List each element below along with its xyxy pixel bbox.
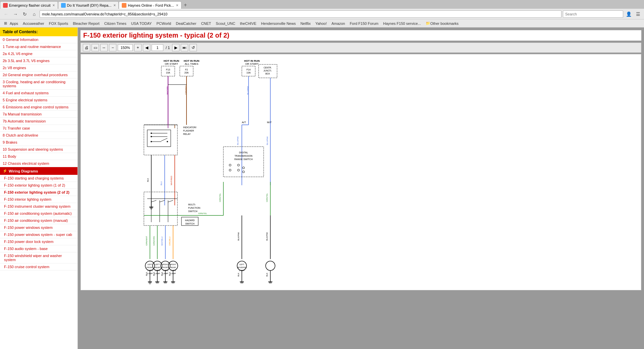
forward-button[interactable]: → bbox=[11, 10, 19, 18]
bookmark-yahoo[interactable]: Yahoo! bbox=[313, 21, 329, 26]
tab-close-1[interactable]: × bbox=[53, 3, 55, 8]
prev-page-button[interactable]: ◀ bbox=[143, 44, 150, 51]
bookmark-apps[interactable]: ⊞ Apps bbox=[2, 21, 20, 26]
svg-text:HOT IN RUN: HOT IN RUN bbox=[164, 59, 179, 62]
bookmark-netflix[interactable]: Netflix bbox=[299, 21, 313, 26]
wiring-item-6[interactable]: F-150 air conditioning system (manual) bbox=[0, 217, 77, 224]
toc-item-0[interactable]: 0 General Information bbox=[0, 36, 77, 43]
wiring-item-0[interactable]: F-150 starting and charging systems bbox=[0, 175, 77, 182]
toc-item-14[interactable]: 9 Brakes bbox=[0, 139, 77, 146]
svg-text:BLK: BLK bbox=[153, 272, 155, 276]
svg-point-52 bbox=[229, 169, 231, 171]
bookmark-accuweather[interactable]: Accuweather bbox=[21, 21, 46, 26]
svg-text:RIGHT: RIGHT bbox=[162, 263, 169, 265]
svg-text:BLK: BLK bbox=[266, 273, 268, 277]
svg-text:WHT/RED: WHT/RED bbox=[170, 176, 172, 185]
bookmark-cnet[interactable]: CNET bbox=[199, 21, 213, 26]
toc-label-7: 4 Fuel and exhaust systems bbox=[3, 91, 49, 95]
bookmark-foxsports[interactable]: FOX Sports bbox=[47, 21, 70, 26]
toc-item-15[interactable]: 10 Suspension and steering systems bbox=[0, 146, 77, 153]
toc-item-6[interactable]: 3 Cooling, heating and air conditioning … bbox=[0, 79, 77, 90]
wiring-item-4[interactable]: F-150 instrument cluster warning system bbox=[0, 203, 77, 210]
bookmark-amazon[interactable]: Amazon bbox=[329, 21, 347, 26]
toc-item-13[interactable]: 8 Clutch and driveline bbox=[0, 132, 77, 139]
tab-label-2: Do It Yourself (DIY) Repa... bbox=[67, 3, 112, 7]
wiring-item-3[interactable]: F-150 interior lighting system bbox=[0, 196, 77, 203]
new-tab-button[interactable]: + bbox=[181, 1, 190, 9]
bookmark-scout[interactable]: Scout_UNC bbox=[214, 21, 237, 26]
tab-close-3[interactable]: × bbox=[176, 3, 178, 8]
toc-label-2: 2a 4.2L V6 engine bbox=[3, 52, 33, 56]
toc-label-15: 10 Suspension and steering systems bbox=[3, 147, 63, 151]
bookmark-usatoday[interactable]: USA TODAY bbox=[129, 21, 154, 26]
bookmark-haynesf150[interactable]: Haynes F150 service... bbox=[381, 21, 423, 26]
wiring-item-5[interactable]: F-150 air conditioning system (automatic… bbox=[0, 210, 77, 217]
menu-button[interactable]: ☰ bbox=[634, 10, 642, 18]
fit-width-button[interactable]: ↔ bbox=[100, 44, 108, 51]
bookmark-other[interactable]: 📁 Other bookmarks bbox=[424, 21, 461, 26]
toc-item-8[interactable]: 5 Engine electrical systems bbox=[0, 97, 77, 104]
tab-close-2[interactable]: × bbox=[113, 3, 116, 8]
bookmark-label-foxsports: FOX Sports bbox=[49, 21, 68, 26]
refresh-button[interactable]: ↺ bbox=[190, 44, 197, 51]
tab-label-1: Emergency flasher circuit bbox=[9, 3, 51, 7]
wiring-item-9[interactable]: F-150 power door lock system bbox=[0, 238, 77, 245]
reload-button[interactable]: ↻ bbox=[21, 10, 29, 18]
zoom-in-button[interactable]: + bbox=[134, 44, 142, 51]
toc-label-16: 11 Body bbox=[3, 154, 16, 158]
bookmark-thechive[interactable]: theCHIVE bbox=[238, 21, 258, 26]
tab-haynes[interactable]: Haynes Online - Ford Pick... × bbox=[119, 1, 181, 9]
next-page-button[interactable]: ▶ bbox=[172, 44, 179, 51]
fit-page-button[interactable]: ▭ bbox=[92, 44, 99, 51]
toc-item-11[interactable]: 7b Automatic transmission bbox=[0, 118, 77, 125]
wiring-item-10[interactable]: F-150 audio system - base bbox=[0, 245, 77, 252]
bookmark-label-scout: Scout_UNC bbox=[216, 21, 235, 26]
wiring-item-2[interactable]: F-150 exterior lighting system (2 of 2) bbox=[0, 189, 77, 196]
address-bar[interactable] bbox=[40, 10, 561, 18]
toc-item-16[interactable]: 11 Body bbox=[0, 153, 77, 160]
bookmark-bleacher[interactable]: Bleacher Report bbox=[71, 21, 102, 26]
toc-item-17[interactable]: 12 Chassis electrical system bbox=[0, 160, 77, 167]
search-input[interactable] bbox=[563, 10, 623, 18]
toc-item-2[interactable]: 2a 4.2L V6 engine bbox=[0, 50, 77, 57]
toc-item-12[interactable]: 7c Transfer case bbox=[0, 125, 77, 132]
wiring-item-11[interactable]: F-150 windshield wiper and washer system bbox=[0, 252, 77, 263]
svg-text:HOT IN RUN: HOT IN RUN bbox=[184, 59, 200, 62]
svg-text:OR START: OR START bbox=[245, 62, 259, 65]
bookmark-pcworld[interactable]: PCWorld bbox=[154, 21, 173, 26]
zoom-input[interactable] bbox=[118, 44, 133, 51]
back-button[interactable]: ← bbox=[2, 10, 10, 18]
toc-item-5[interactable]: 2d General engine overhaul procedures bbox=[0, 71, 77, 79]
page-number-input[interactable] bbox=[152, 44, 163, 51]
wiring-item-1[interactable]: F-150 exterior lighting system (1 of 2) bbox=[0, 182, 77, 189]
tab-emergency-flasher[interactable]: Emergency flasher circuit × bbox=[0, 1, 58, 9]
svg-text:M/T: M/T bbox=[267, 121, 272, 124]
toc-item-3[interactable]: 2b 3.5L and 3.7L V6 engines bbox=[0, 57, 77, 64]
toc-item-9[interactable]: 6 Emissions and engine control systems bbox=[0, 104, 77, 111]
svg-text:GRN/YEL: GRN/YEL bbox=[198, 212, 207, 214]
svg-text:CENTR.: CENTR. bbox=[264, 66, 272, 69]
bookmark-f150forum[interactable]: Ford F150 Forum bbox=[348, 21, 381, 26]
last-page-button[interactable]: ⏭ bbox=[181, 44, 188, 51]
print-button[interactable]: 🖨 bbox=[83, 44, 90, 51]
svg-point-121 bbox=[168, 261, 178, 270]
wiring-item-8[interactable]: F-150 power windows system - super cab bbox=[0, 231, 77, 238]
home-button[interactable]: ⌂ bbox=[30, 10, 38, 18]
bookmark-dealcatcher[interactable]: DealCatcher bbox=[174, 21, 198, 26]
wiring-section-label: Wiring Diagrams bbox=[9, 169, 38, 173]
toc-item-10[interactable]: 7a Manual transmission bbox=[0, 111, 77, 118]
toc-item-4[interactable]: 2c V8 engines bbox=[0, 64, 77, 71]
toc-item-7[interactable]: 4 Fuel and exhaust systems bbox=[0, 90, 77, 97]
svg-text:BLK: BLK bbox=[237, 273, 239, 277]
toc-item-1[interactable]: 1 Tune-up and routine maintenance bbox=[0, 43, 77, 50]
wiring-item-7[interactable]: F-150 power windows system bbox=[0, 224, 77, 231]
tab-diy-repair[interactable]: Do It Yourself (DIY) Repa... × bbox=[58, 1, 119, 9]
wiring-item-12[interactable]: F-150 cruise control system bbox=[0, 263, 77, 270]
bookmark-hendersonville[interactable]: Hendersonville News bbox=[259, 21, 298, 26]
zoom-out-button[interactable]: − bbox=[109, 44, 116, 51]
svg-text:FLASHER: FLASHER bbox=[183, 130, 194, 132]
user-button[interactable]: 👤 bbox=[625, 10, 633, 18]
page-title-text: F-150 exterior lighting system - typical… bbox=[83, 32, 229, 39]
bookmark-citizen[interactable]: Citizen Times bbox=[102, 21, 128, 26]
toc-label-12: 7c Transfer case bbox=[3, 126, 30, 130]
